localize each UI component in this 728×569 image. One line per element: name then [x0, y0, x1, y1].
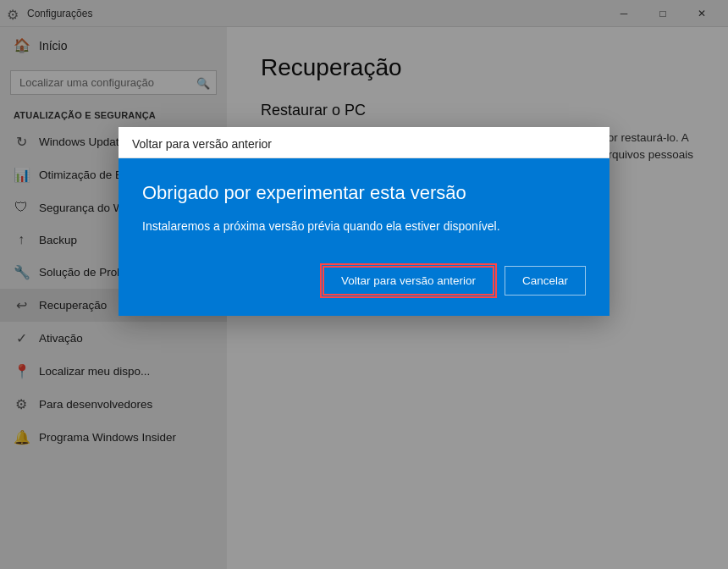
dialog-overlay: Voltar para versão anterior Obrigado por…: [0, 0, 728, 569]
dialog-footer: Voltar para versão anterior Cancelar: [119, 266, 609, 316]
dialog-body: Obrigado por experimentar esta versão In…: [119, 158, 609, 266]
dialog: Voltar para versão anterior Obrigado por…: [119, 127, 609, 316]
voltar-versao-button[interactable]: Voltar para versão anterior: [323, 266, 494, 296]
dialog-main-title: Obrigado por experimentar esta versão: [142, 182, 586, 204]
cancelar-button[interactable]: Cancelar: [505, 266, 586, 296]
dialog-header: Voltar para versão anterior: [119, 127, 609, 158]
dialog-desc: Instalaremos a próxima versão prévia qua…: [142, 218, 586, 235]
